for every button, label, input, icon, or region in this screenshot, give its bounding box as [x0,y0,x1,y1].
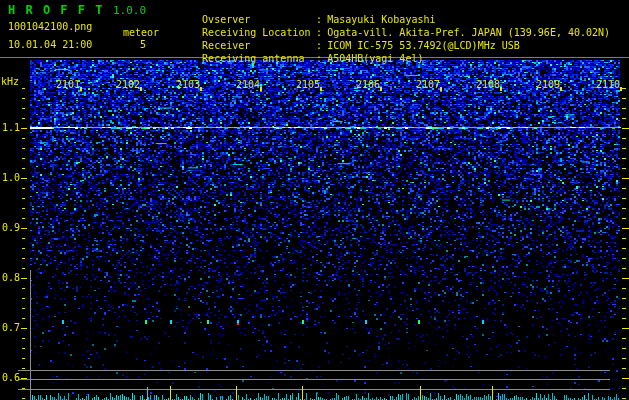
hrofft-window: H R O F F T 1.0.0 1001042100.png meteor … [0,0,629,400]
freq-tick-label: 0.7 [0,322,20,333]
app-title: H R O F F T [8,3,104,17]
time-tick-label: 2105 [295,79,321,90]
time-tick-label: 2102 [115,79,141,90]
time-tick-label: 2104 [235,79,261,90]
time-tick-label: 2108 [475,79,501,90]
time-tick-label: 2101 [55,79,81,90]
freq-tick-label: 0.8 [0,272,20,283]
info-row-antenna: Receiving antenna:A504HB(yagi 4el) [178,42,423,75]
time-tick-label: 2107 [415,79,441,90]
freq-tick-label: 1.0 [0,172,20,183]
output-filename: 1001042100.png [8,21,92,32]
time-tick-label: 2106 [355,79,381,90]
freq-tick-label: 0.9 [0,222,20,233]
info-value: A504HB(yagi 4el) [327,53,423,64]
info-colon: : [316,53,322,64]
freq-tick-label: 0.6 [0,372,20,383]
time-tick-label: 2109 [535,79,561,90]
freq-axis-unit: kHz [1,76,19,87]
meteor-count: 5 [140,39,146,50]
mode-label: meteor [123,27,159,38]
time-tick-label: 2110 [595,79,621,90]
datetime-label: 10.01.04 21:00 [8,39,92,50]
time-tick-label: 2103 [175,79,201,90]
freq-tick-label: 1.1 [0,122,20,133]
info-label: Receiving antenna [202,53,316,64]
app-version: 1.0.0 [113,4,146,17]
